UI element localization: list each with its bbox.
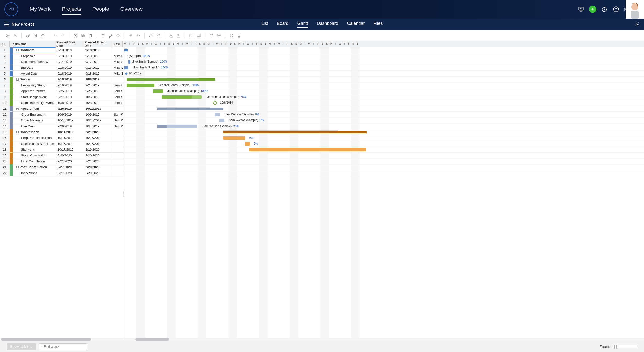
export-icon[interactable] xyxy=(175,32,182,39)
gantt-summary-bar[interactable] xyxy=(126,78,215,81)
expander-icon[interactable]: − xyxy=(16,166,19,168)
nav-overview[interactable]: Overview xyxy=(120,4,142,15)
cut-icon[interactable] xyxy=(72,32,79,39)
copy-icon[interactable] xyxy=(80,32,86,39)
expander-icon[interactable]: − xyxy=(16,107,19,110)
comment-icon[interactable] xyxy=(39,32,46,39)
gantt-bar[interactable] xyxy=(215,113,220,116)
outdent-icon[interactable] xyxy=(127,32,134,39)
assign-icon[interactable] xyxy=(12,32,18,39)
gantt-summary-bar[interactable] xyxy=(124,49,128,51)
filter-icon[interactable] xyxy=(208,32,215,39)
footer-bar: Show task info Zoom: xyxy=(0,341,644,352)
view-board[interactable]: Board xyxy=(277,21,288,28)
task-row[interactable]: 20Final Completion2/21/20202/21/2020 xyxy=(0,158,123,164)
unlink-icon[interactable] xyxy=(155,32,162,39)
nav-projects[interactable]: Projects xyxy=(62,4,81,15)
task-row[interactable]: 21−Post Construction2/27/20202/29/2020 xyxy=(0,164,123,170)
svg-rect-23 xyxy=(238,34,240,35)
import-icon[interactable] xyxy=(168,32,174,39)
add-task-icon[interactable] xyxy=(4,32,11,39)
task-row[interactable]: 16Prep/Pre-construction10/11/201910/15/2… xyxy=(0,135,123,141)
col-planned-start-date[interactable]: Planned Start Date xyxy=(55,41,83,47)
col-all[interactable]: All xyxy=(0,41,10,47)
print-icon[interactable] xyxy=(236,32,242,39)
grid-hscroll[interactable] xyxy=(0,338,123,341)
link-icon[interactable] xyxy=(148,32,154,39)
find-task-input[interactable] xyxy=(44,345,85,348)
delete-icon[interactable] xyxy=(100,32,106,39)
view-gantt[interactable]: Gantt xyxy=(297,21,308,28)
gantt-bar[interactable] xyxy=(128,60,130,64)
view-files[interactable]: Files xyxy=(374,21,383,28)
gantt-bar[interactable] xyxy=(249,148,366,151)
presentation-icon[interactable] xyxy=(577,6,584,13)
save-icon[interactable] xyxy=(228,32,235,39)
task-row[interactable]: 12Order Equipment10/9/201910/9/2019Sam W xyxy=(0,112,123,117)
task-row[interactable]: 17Construction Start Date10/16/201910/16… xyxy=(0,141,123,147)
col-task-name[interactable]: Task Name xyxy=(10,41,55,47)
gantt-hscroll[interactable] xyxy=(123,338,644,341)
expander-icon[interactable]: − xyxy=(16,131,19,133)
task-row[interactable]: 2Proposals9/13/20199/13/2019Mike S xyxy=(0,53,123,59)
task-row[interactable]: 19Stage Completion2/20/20202/20/2020 xyxy=(0,153,123,158)
task-row[interactable]: 13Order Materials10/10/201910/10/2019Sam… xyxy=(0,117,123,123)
view-dashboard[interactable]: Dashboard xyxy=(317,21,338,28)
undo-icon[interactable] xyxy=(52,32,59,39)
gantt-summary-bar[interactable] xyxy=(157,107,224,110)
task-row[interactable]: 18Site work10/17/20192/19/2020 xyxy=(0,147,123,153)
task-row[interactable]: 7Feasability Study9/19/20199/24/2019Jenn… xyxy=(0,82,123,88)
gantt-bar[interactable] xyxy=(124,66,128,70)
task-row[interactable]: 10Complete Design Work10/8/201910/8/2019… xyxy=(0,100,123,106)
main-split: AllTask NamePlanned Start DatePlanned Fi… xyxy=(0,41,644,341)
task-row[interactable]: 8Apply for Permits9/25/20199/26/2019Jenn… xyxy=(0,88,123,94)
tag-icon[interactable] xyxy=(114,32,121,39)
avatar[interactable] xyxy=(626,0,644,19)
expander-icon[interactable]: − xyxy=(16,78,19,81)
nav-my-work[interactable]: My Work xyxy=(30,4,50,15)
notes-icon[interactable] xyxy=(32,32,39,39)
gantt-bar[interactable] xyxy=(153,89,163,93)
gantt-bar[interactable] xyxy=(223,136,245,140)
task-row[interactable]: 11−Procurement9/26/201910/10/2019 xyxy=(0,106,123,112)
paste-icon[interactable] xyxy=(87,32,94,39)
gantt-bar[interactable] xyxy=(219,119,224,122)
find-task-field[interactable] xyxy=(39,343,88,350)
brand-logo[interactable]: PM xyxy=(4,3,18,16)
settings-icon[interactable] xyxy=(216,32,222,39)
attachment-icon[interactable] xyxy=(24,32,32,39)
task-row[interactable]: 4Bid Date9/18/20199/18/2019Mike S xyxy=(0,65,123,71)
task-row[interactable]: 6−Design9/19/201910/8/2019 xyxy=(0,77,123,82)
col-assi[interactable]: Assi xyxy=(112,41,123,47)
view-list[interactable]: List xyxy=(261,21,268,28)
timer-icon[interactable] xyxy=(601,6,608,13)
gantt-bar[interactable] xyxy=(126,84,154,87)
grid-icon[interactable] xyxy=(195,32,202,39)
task-row[interactable]: 9Start Design Work9/27/201910/5/2019Jenn… xyxy=(0,94,123,100)
gantt-summary-bar[interactable] xyxy=(223,131,366,133)
view-calendar[interactable]: Calendar xyxy=(347,21,365,28)
task-row[interactable]: 15−Construction10/11/20192/21/2020 xyxy=(0,129,123,135)
task-row[interactable]: 22Inspections2/27/20202/29/2020 xyxy=(0,170,123,176)
clear-icon[interactable] xyxy=(107,32,114,39)
gantt-bar[interactable] xyxy=(245,142,250,145)
task-row[interactable]: 5Award Date9/18/20199/18/2019Mike S xyxy=(0,71,123,77)
indent-icon[interactable] xyxy=(134,32,142,39)
zoom-slider[interactable] xyxy=(613,345,637,348)
add-button[interactable]: + xyxy=(589,6,596,13)
expander-icon[interactable]: − xyxy=(16,49,19,51)
show-task-info-button[interactable]: Show task info xyxy=(7,343,36,350)
task-row[interactable]: 14Hire Crew9/26/201910/4/2019Sam W xyxy=(0,123,123,129)
task-row[interactable]: 1−Contracts9/13/20199/18/2019 xyxy=(0,47,123,53)
help-icon[interactable] xyxy=(612,6,620,13)
columns-icon[interactable] xyxy=(188,32,195,39)
project-bar: New Project ListBoardGanttDashboardCalen… xyxy=(0,19,644,30)
hamburger-icon[interactable] xyxy=(4,23,9,26)
col-planned-finish-date[interactable]: Planned Finish Date xyxy=(83,41,112,47)
task-row[interactable]: 3Documents Review9/14/20199/17/2019Mike … xyxy=(0,59,123,65)
project-settings-icon[interactable] xyxy=(634,22,640,27)
redo-icon[interactable] xyxy=(60,32,66,39)
project-title: New Project xyxy=(12,22,34,27)
gantt-milestone[interactable] xyxy=(212,100,217,105)
nav-people[interactable]: People xyxy=(92,4,109,15)
